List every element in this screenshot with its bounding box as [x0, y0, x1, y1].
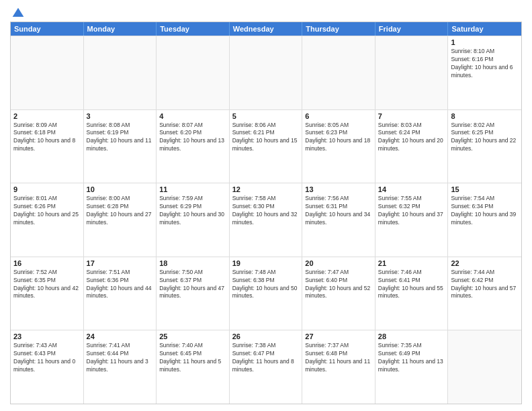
day-number: 12	[232, 185, 300, 193]
calendar-cell: 23Sunrise: 7:43 AMSunset: 6:43 PMDayligh…	[11, 330, 84, 404]
day-number: 8	[451, 112, 519, 120]
calendar-cell	[375, 36, 449, 109]
day-info: Sunrise: 7:37 AMSunset: 6:48 PMDaylight:…	[305, 342, 372, 374]
header-day-thursday: Thursday	[302, 22, 375, 36]
day-number: 2	[13, 112, 81, 120]
day-number: 11	[159, 185, 226, 193]
calendar-cell: 18Sunrise: 7:50 AMSunset: 6:37 PMDayligh…	[157, 257, 230, 330]
calendar-cell: 10Sunrise: 8:00 AMSunset: 6:28 PMDayligh…	[84, 183, 157, 257]
day-number: 28	[378, 332, 445, 340]
day-number: 13	[305, 185, 372, 193]
calendar-cell: 5Sunrise: 8:06 AMSunset: 6:21 PMDaylight…	[230, 110, 303, 183]
day-info: Sunrise: 7:35 AMSunset: 6:49 PMDaylight:…	[378, 342, 445, 374]
day-number: 9	[13, 185, 81, 193]
day-number: 23	[13, 332, 81, 340]
calendar-cell: 15Sunrise: 7:54 AMSunset: 6:34 PMDayligh…	[448, 183, 521, 257]
calendar-cell: 13Sunrise: 7:56 AMSunset: 6:31 PMDayligh…	[302, 183, 375, 257]
day-number: 18	[159, 259, 226, 267]
calendar-cell	[157, 36, 230, 109]
day-number: 16	[13, 259, 81, 267]
day-info: Sunrise: 7:41 AMSunset: 6:44 PMDaylight:…	[87, 342, 154, 374]
day-info: Sunrise: 7:55 AMSunset: 6:32 PMDaylight:…	[378, 195, 445, 227]
day-info: Sunrise: 8:05 AMSunset: 6:23 PMDaylight:…	[305, 122, 372, 154]
calendar-cell: 12Sunrise: 7:58 AMSunset: 6:30 PMDayligh…	[230, 183, 303, 257]
svg-marker-0	[13, 8, 24, 17]
day-number: 10	[87, 185, 154, 193]
calendar-cell: 2Sunrise: 8:09 AMSunset: 6:18 PMDaylight…	[11, 110, 84, 183]
calendar-cell: 16Sunrise: 7:52 AMSunset: 6:35 PMDayligh…	[11, 257, 84, 330]
header-day-monday: Monday	[84, 22, 157, 36]
header-day-saturday: Saturday	[448, 22, 521, 36]
day-info: Sunrise: 8:01 AMSunset: 6:26 PMDaylight:…	[13, 195, 81, 227]
calendar-body: 1Sunrise: 8:10 AMSunset: 6:16 PMDaylight…	[11, 36, 521, 404]
logo	[10, 7, 25, 17]
day-info: Sunrise: 7:47 AMSunset: 6:40 PMDaylight:…	[305, 269, 372, 301]
calendar-cell	[11, 36, 84, 109]
day-info: Sunrise: 7:48 AMSunset: 6:38 PMDaylight:…	[232, 269, 300, 301]
calendar-cell: 26Sunrise: 7:38 AMSunset: 6:47 PMDayligh…	[230, 330, 303, 404]
calendar-row-0: 1Sunrise: 8:10 AMSunset: 6:16 PMDaylight…	[11, 36, 521, 109]
calendar-cell: 27Sunrise: 7:37 AMSunset: 6:48 PMDayligh…	[302, 330, 375, 404]
day-number: 5	[232, 112, 300, 120]
day-info: Sunrise: 7:44 AMSunset: 6:42 PMDaylight:…	[451, 269, 519, 301]
day-number: 4	[159, 112, 226, 120]
day-number: 24	[87, 332, 154, 340]
header-day-friday: Friday	[375, 22, 449, 36]
day-info: Sunrise: 8:02 AMSunset: 6:25 PMDaylight:…	[451, 122, 519, 154]
calendar-cell: 25Sunrise: 7:40 AMSunset: 6:45 PMDayligh…	[157, 330, 230, 404]
calendar-cell	[448, 330, 521, 404]
day-info: Sunrise: 7:40 AMSunset: 6:45 PMDaylight:…	[159, 342, 226, 374]
day-number: 19	[232, 259, 300, 267]
day-number: 3	[87, 112, 154, 120]
day-number: 26	[232, 332, 300, 340]
day-info: Sunrise: 8:10 AMSunset: 6:16 PMDaylight:…	[451, 48, 519, 80]
day-number: 7	[378, 112, 445, 120]
day-info: Sunrise: 7:59 AMSunset: 6:29 PMDaylight:…	[159, 195, 226, 227]
calendar-cell: 1Sunrise: 8:10 AMSunset: 6:16 PMDaylight…	[448, 36, 521, 109]
logo-icon	[11, 7, 25, 20]
day-number: 1	[451, 38, 519, 46]
calendar-cell: 28Sunrise: 7:35 AMSunset: 6:49 PMDayligh…	[375, 330, 449, 404]
day-info: Sunrise: 7:50 AMSunset: 6:37 PMDaylight:…	[159, 269, 226, 301]
day-info: Sunrise: 7:51 AMSunset: 6:36 PMDaylight:…	[87, 269, 154, 301]
day-info: Sunrise: 7:52 AMSunset: 6:35 PMDaylight:…	[13, 269, 81, 301]
calendar-cell: 14Sunrise: 7:55 AMSunset: 6:32 PMDayligh…	[375, 183, 449, 257]
calendar-cell: 21Sunrise: 7:46 AMSunset: 6:41 PMDayligh…	[375, 257, 449, 330]
calendar-row-4: 23Sunrise: 7:43 AMSunset: 6:43 PMDayligh…	[11, 330, 521, 404]
day-info: Sunrise: 7:54 AMSunset: 6:34 PMDaylight:…	[451, 195, 519, 227]
day-number: 21	[378, 259, 445, 267]
calendar-cell	[84, 36, 157, 109]
day-number: 14	[378, 185, 445, 193]
logo-text	[10, 7, 25, 20]
calendar-cell: 22Sunrise: 7:44 AMSunset: 6:42 PMDayligh…	[448, 257, 521, 330]
day-info: Sunrise: 8:00 AMSunset: 6:28 PMDaylight:…	[87, 195, 154, 227]
calendar-cell: 24Sunrise: 7:41 AMSunset: 6:44 PMDayligh…	[84, 330, 157, 404]
calendar-row-2: 9Sunrise: 8:01 AMSunset: 6:26 PMDaylight…	[11, 183, 521, 257]
day-info: Sunrise: 8:07 AMSunset: 6:20 PMDaylight:…	[159, 122, 226, 154]
day-info: Sunrise: 7:38 AMSunset: 6:47 PMDaylight:…	[232, 342, 300, 374]
day-number: 22	[451, 259, 519, 267]
calendar-cell: 7Sunrise: 8:03 AMSunset: 6:24 PMDaylight…	[375, 110, 449, 183]
calendar-cell: 9Sunrise: 8:01 AMSunset: 6:26 PMDaylight…	[11, 183, 84, 257]
calendar-cell: 6Sunrise: 8:05 AMSunset: 6:23 PMDaylight…	[302, 110, 375, 183]
calendar-header: SundayMondayTuesdayWednesdayThursdayFrid…	[11, 22, 521, 36]
day-info: Sunrise: 8:06 AMSunset: 6:21 PMDaylight:…	[232, 122, 300, 154]
calendar-cell	[302, 36, 375, 109]
day-info: Sunrise: 8:08 AMSunset: 6:19 PMDaylight:…	[87, 122, 154, 154]
calendar-cell: 20Sunrise: 7:47 AMSunset: 6:40 PMDayligh…	[302, 257, 375, 330]
calendar-cell: 8Sunrise: 8:02 AMSunset: 6:25 PMDaylight…	[448, 110, 521, 183]
header-day-sunday: Sunday	[11, 22, 84, 36]
calendar-cell: 17Sunrise: 7:51 AMSunset: 6:36 PMDayligh…	[84, 257, 157, 330]
calendar-cell: 4Sunrise: 8:07 AMSunset: 6:20 PMDaylight…	[157, 110, 230, 183]
calendar-row-1: 2Sunrise: 8:09 AMSunset: 6:18 PMDaylight…	[11, 109, 521, 183]
calendar-cell	[230, 36, 303, 109]
day-info: Sunrise: 7:46 AMSunset: 6:41 PMDaylight:…	[378, 269, 445, 301]
calendar-cell: 11Sunrise: 7:59 AMSunset: 6:29 PMDayligh…	[157, 183, 230, 257]
day-info: Sunrise: 7:43 AMSunset: 6:43 PMDaylight:…	[13, 342, 81, 374]
day-info: Sunrise: 8:09 AMSunset: 6:18 PMDaylight:…	[13, 122, 81, 154]
header-day-tuesday: Tuesday	[157, 22, 230, 36]
day-number: 15	[451, 185, 519, 193]
calendar-row-3: 16Sunrise: 7:52 AMSunset: 6:35 PMDayligh…	[11, 257, 521, 330]
day-number: 25	[159, 332, 226, 340]
calendar-cell: 19Sunrise: 7:48 AMSunset: 6:38 PMDayligh…	[230, 257, 303, 330]
